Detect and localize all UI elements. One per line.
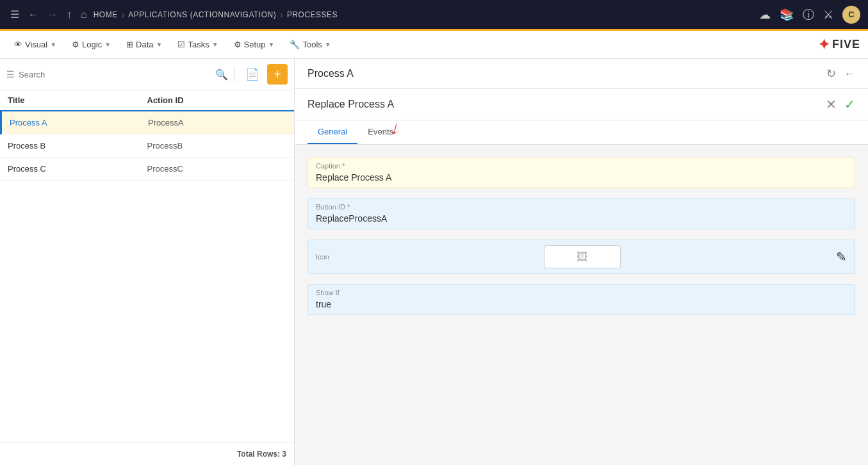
menu-icon[interactable]: ☰: [8, 6, 22, 23]
menu-tasks[interactable]: ☑ Tasks ▼: [171, 36, 224, 53]
chevron-logic: ▼: [104, 41, 111, 48]
breadcrumb-sep1: ›: [122, 10, 125, 20]
caption-field: Caption * Replace Process A: [307, 158, 855, 188]
main-layout: ☰ 🔍 📄 + Title Action ID Process A Proces…: [0, 59, 868, 465]
close-button[interactable]: ✕: [826, 97, 837, 112]
col-actionid-header: Action ID: [147, 95, 287, 105]
help-icon[interactable]: ⓘ: [803, 7, 814, 22]
menu-tasks-label: Tasks: [188, 40, 209, 49]
menu-logic-label: Logic: [82, 40, 102, 49]
bell-icon[interactable]: ⚔: [823, 8, 833, 22]
home-link[interactable]: HOME: [94, 10, 118, 19]
chevron-data: ▼: [156, 41, 163, 48]
caption-value[interactable]: Replace Process A: [308, 171, 855, 188]
up-icon[interactable]: ↑: [64, 6, 74, 23]
cell-action: ProcessA: [148, 118, 286, 127]
cell-title: Process C: [8, 164, 147, 174]
menu-setup-label: Setup: [244, 40, 266, 49]
cell-action: ProcessB: [147, 141, 287, 151]
menu-tools-label: Tools: [302, 40, 322, 49]
data-icon: ⊞: [126, 40, 133, 49]
app-link[interactable]: APPLICATIONS (ACTIONNAVIGATION): [128, 10, 276, 19]
form-header: Replace Process A ✕ ✓: [295, 89, 868, 120]
icon-preview: 🖼: [544, 245, 621, 268]
menu-bar: 👁 Visual ▼ ⚙ Logic ▼ ⊞ Data ▼ ☑ Tasks ▼ …: [0, 31, 868, 59]
search-input[interactable]: [19, 70, 211, 79]
icon-field: Icon 🖼 ✎: [307, 240, 855, 274]
visual-icon: 👁: [14, 40, 22, 49]
cell-title: Process A: [10, 118, 148, 127]
show-if-field: Show If true: [307, 284, 855, 315]
tab-general[interactable]: General: [307, 120, 357, 144]
button-id-label: Button ID *: [308, 199, 855, 212]
breadcrumb-sep2: ›: [280, 10, 283, 20]
tabs-bar: General Events: [295, 120, 868, 145]
search-icon[interactable]: 🔍: [215, 69, 228, 81]
col-title-header: Title: [8, 95, 147, 105]
books-icon[interactable]: 📚: [780, 8, 794, 22]
home-icon[interactable]: ⌂: [78, 6, 90, 23]
caption-label: Caption *: [308, 158, 855, 171]
form-title: Replace Process A: [307, 99, 394, 110]
table-footer: Total Rows: 3: [0, 443, 294, 465]
back-icon[interactable]: ←: [26, 6, 41, 23]
refresh-icon-btn[interactable]: ↻: [826, 67, 836, 81]
menu-tools[interactable]: 🔧 Tools ▼: [283, 36, 337, 53]
tasks-icon: ☑: [177, 40, 185, 49]
right-panel-title: Process A: [307, 68, 354, 79]
chevron-tools: ▼: [325, 41, 331, 48]
chevron-visual: ▼: [50, 41, 56, 48]
document-icon-btn[interactable]: 📄: [242, 66, 263, 83]
left-panel: ☰ 🔍 📄 + Title Action ID Process A Proces…: [0, 59, 295, 465]
table-row[interactable]: Process C ProcessC: [0, 158, 294, 181]
back-arrow-btn[interactable]: ←: [844, 67, 855, 81]
divider: [234, 67, 235, 82]
setup-icon: ⚙: [234, 40, 242, 49]
confirm-button[interactable]: ✓: [844, 97, 855, 112]
menu-visual-label: Visual: [25, 40, 47, 49]
five-logo-icon: ✦: [818, 37, 830, 53]
processes-link[interactable]: PROCESSES: [287, 10, 338, 19]
user-avatar[interactable]: C: [842, 6, 860, 24]
cloud-icon[interactable]: ☁: [759, 8, 771, 22]
logic-icon: ⚙: [72, 40, 79, 49]
chevron-setup: ▼: [268, 41, 275, 48]
search-bar: ☰ 🔍 📄 +: [0, 59, 294, 90]
table-header: Title Action ID: [0, 90, 294, 111]
button-id-value[interactable]: ReplaceProcessA: [308, 212, 855, 229]
right-header: Process A ↻ ←: [295, 59, 868, 89]
table-row[interactable]: Process B ProcessB: [0, 135, 294, 158]
five-logo: ✦ FIVE: [818, 37, 860, 53]
filter-icon: ☰: [6, 69, 15, 79]
menu-visual[interactable]: 👁 Visual ▼: [8, 36, 63, 53]
button-id-field: Button ID * ReplaceProcessA: [307, 199, 855, 229]
tab-events-label: Events: [368, 127, 393, 136]
menu-data[interactable]: ⊞ Data ▼: [120, 36, 168, 53]
top-navigation: ☰ ← → ↑ ⌂ HOME › APPLICATIONS (ACTIONNAV…: [0, 0, 868, 31]
table-row[interactable]: Process A ProcessA: [0, 111, 294, 135]
tools-icon: 🔧: [290, 40, 300, 49]
form-header-actions: ✕ ✓: [826, 97, 855, 112]
right-panel: Process A ↻ ← Replace Process A ✕ ✓ Gene…: [295, 59, 868, 465]
icon-edit-button[interactable]: ✎: [836, 249, 847, 265]
menu-setup[interactable]: ⚙ Setup ▼: [227, 36, 281, 53]
tab-events[interactable]: Events: [357, 120, 404, 144]
icon-label: Icon: [316, 253, 329, 261]
menu-logic[interactable]: ⚙ Logic ▼: [65, 36, 117, 53]
add-button[interactable]: +: [267, 64, 288, 85]
show-if-value[interactable]: true: [308, 298, 855, 314]
right-header-icons: ↻ ←: [826, 67, 855, 81]
tab-general-label: General: [318, 127, 347, 136]
menu-data-label: Data: [136, 40, 153, 49]
tabs-container: General Events ↓: [295, 120, 868, 145]
chevron-tasks: ▼: [212, 41, 218, 48]
five-logo-text: FIVE: [832, 38, 860, 51]
cell-action: ProcessC: [147, 164, 287, 174]
forward-icon[interactable]: →: [45, 6, 60, 23]
total-rows: Total Rows: 3: [237, 450, 286, 459]
show-if-label: Show If: [308, 285, 855, 298]
cell-title: Process B: [8, 141, 147, 151]
table-body: Process A ProcessA Process B ProcessB Pr…: [0, 111, 294, 443]
image-placeholder-icon: 🖼: [577, 250, 588, 264]
form-body: Caption * Replace Process A Button ID * …: [295, 145, 868, 328]
